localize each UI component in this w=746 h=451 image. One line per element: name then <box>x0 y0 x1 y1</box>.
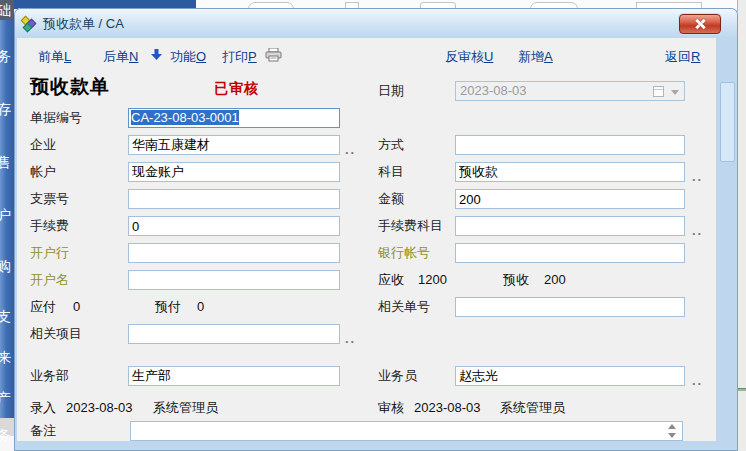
calendar-icon <box>653 86 664 97</box>
docno-selected-text: CA-23-08-03-0001 <box>131 110 239 125</box>
fee-subject-label: 手续费科目 <box>378 216 443 236</box>
spinner-up-icon <box>668 424 676 429</box>
related-doc-input[interactable] <box>455 297 685 317</box>
audit-label: 审核 <box>378 398 404 418</box>
window-titlebar[interactable]: 预收款单 / CA <box>15 9 737 38</box>
strip-char: 支 <box>0 308 14 324</box>
background-left-nav-strip: 础 务 存 售 户 购 支 来 产 务 <box>0 0 14 451</box>
form-title: 预收款单 <box>30 74 110 100</box>
audit-user: 系统管理员 <box>500 398 565 418</box>
salesman-label: 业务员 <box>378 366 417 386</box>
account-name-label: 开户名 <box>30 270 69 290</box>
subject-label: 科目 <box>378 162 404 182</box>
prev-doc-button[interactable]: 前单L <box>38 48 71 66</box>
fee-subject-lookup-button[interactable]: .. <box>692 221 703 241</box>
date-label: 日期 <box>378 81 404 101</box>
company-input[interactable] <box>128 135 340 155</box>
pre-pay-value: 0 <box>197 297 204 317</box>
fee-input[interactable] <box>128 216 340 236</box>
strip-char: 售 <box>0 154 14 170</box>
method-label: 方式 <box>378 135 404 155</box>
add-new-button[interactable]: 新增A <box>518 48 553 66</box>
background-right-edge <box>737 0 746 451</box>
bank-branch-input[interactable] <box>128 243 340 263</box>
pre-receive-label: 预收 <box>503 270 529 290</box>
payable-value: 0 <box>73 297 80 317</box>
date-picker[interactable]: 2023-08-03 <box>455 81 685 101</box>
window-content: 前单L 后单N 功能O 打印P 反审核U 新增A 返回R 预收款单 已审核 日期… <box>17 38 716 441</box>
window-title: 预收款单 / CA <box>43 15 124 33</box>
background-divider <box>738 388 746 391</box>
strip-char: 务 <box>0 427 14 443</box>
spinner-down-icon <box>668 433 676 438</box>
department-input[interactable] <box>128 366 340 386</box>
fee-label: 手续费 <box>30 216 69 236</box>
unaudit-button[interactable]: 反审核U <box>445 48 493 66</box>
amount-label: 金额 <box>378 189 404 209</box>
advance-receipt-window: 预收款单 / CA 前单L 后单N 功能O 打印P 反审核U 新增A 返回R 预… <box>14 8 738 451</box>
cheque-input[interactable] <box>128 189 340 209</box>
salesman-lookup-button[interactable]: .. <box>692 371 703 391</box>
close-icon <box>695 19 705 29</box>
related-doc-label: 相关单号 <box>378 297 430 317</box>
strip-char: 产 <box>0 390 14 406</box>
print-button[interactable]: 打印P <box>222 48 257 66</box>
related-project-input[interactable] <box>128 324 340 344</box>
entry-user: 系统管理员 <box>153 398 218 418</box>
company-lookup-button[interactable]: .. <box>345 140 356 160</box>
account-label: 帐户 <box>30 162 56 182</box>
method-input[interactable] <box>455 135 685 155</box>
subject-lookup-button[interactable]: .. <box>692 167 703 187</box>
window-scrollbar-thumb[interactable] <box>720 82 735 162</box>
printer-icon[interactable] <box>265 48 282 62</box>
chevron-down-icon <box>671 90 679 95</box>
strip-char: 务 <box>0 48 14 64</box>
strip-char: 来 <box>0 349 14 365</box>
cheque-label: 支票号 <box>30 189 69 209</box>
function-arrow-icon[interactable] <box>150 48 163 61</box>
account-name-input[interactable] <box>128 270 340 290</box>
bank-account-label: 银行帐号 <box>378 243 430 263</box>
close-button[interactable] <box>679 14 721 34</box>
docno-input[interactable]: CA-23-08-03-0001 <box>128 108 340 128</box>
receivable-label: 应收 <box>378 270 404 290</box>
function-menu-button[interactable]: 功能O <box>170 48 206 66</box>
related-project-lookup-button[interactable]: .. <box>345 329 356 349</box>
amount-input[interactable] <box>455 189 685 209</box>
bank-account-input[interactable] <box>455 243 685 263</box>
payable-label: 应付 <box>30 297 56 317</box>
strip-char: 存 <box>0 101 14 117</box>
entry-label: 录入 <box>30 398 56 418</box>
remark-input[interactable] <box>130 421 683 441</box>
app-logo-icon <box>22 16 38 32</box>
subject-input[interactable] <box>455 162 685 182</box>
bank-branch-label: 开户行 <box>30 243 69 263</box>
pre-pay-label: 预付 <box>155 297 181 317</box>
fee-subject-input[interactable] <box>455 216 685 236</box>
department-label: 业务部 <box>30 366 69 386</box>
docno-label: 单据编号 <box>30 108 82 128</box>
next-doc-button[interactable]: 后单N <box>103 48 138 66</box>
related-project-label: 相关项目 <box>30 324 82 344</box>
company-label: 企业 <box>30 135 56 155</box>
status-badge: 已审核 <box>214 80 259 98</box>
account-input[interactable] <box>128 162 340 182</box>
entry-date: 2023-08-03 <box>66 398 133 418</box>
remark-spinner[interactable] <box>665 423 679 439</box>
strip-char: 户 <box>0 207 14 223</box>
window-scrollbar-track[interactable] <box>719 42 735 438</box>
strip-char: 购 <box>0 258 14 274</box>
pre-receive-value: 200 <box>544 270 566 290</box>
receivable-value: 1200 <box>418 270 447 290</box>
strip-char: 础 <box>0 2 14 18</box>
remark-label: 备注 <box>30 421 56 441</box>
salesman-input[interactable] <box>455 366 685 386</box>
return-button[interactable]: 返回R <box>665 48 700 66</box>
audit-date: 2023-08-03 <box>414 398 481 418</box>
date-value: 2023-08-03 <box>460 83 527 98</box>
